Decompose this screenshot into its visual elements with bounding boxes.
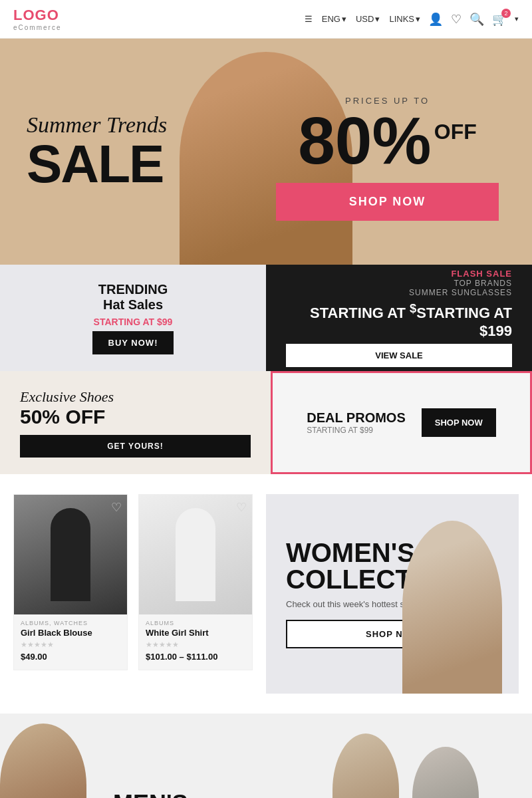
promo-row-1: TRENDING Hat Sales STARTING AT $99 BUY N… [0,265,532,371]
men-title-area: MEN'S COLLECTION [113,792,269,798]
user-icon[interactable]: 👤 [428,12,443,27]
logo-main: LOG [13,7,47,23]
trending-label: TRENDING Hat Sales [20,282,246,313]
sunglasses-price: STARTING AT $STARTING AT $199 [286,301,512,339]
hero-left: Summer Trends SALE [0,92,276,211]
product-card: ♡ ALBUMS White Girl Shirt ★★★★★ $101.00 … [138,494,253,670]
hero-sale: SALE [27,138,249,191]
men-model-large [0,714,106,798]
product-card: ♡ ALBUMS, WATCHES Girl Black Blouse ★★★★… [13,494,128,670]
product-figure [51,508,90,601]
get-yours-button[interactable]: GET YOURS! [20,435,251,458]
shoes-discount: 50% OFF [20,406,251,428]
top-brands-label: TOP BRANDS [286,279,512,288]
promo-row-2: Exclusive Shoes 50% OFF GET YOURS! DEAL … [0,371,532,474]
men-model-2 [412,747,479,798]
product-stars: ★★★★★ [146,640,245,649]
lang-selector[interactable]: ENG ▾ [322,14,346,24]
site-header: LOGO eCommerce ☰ ENG ▾ USD ▾ LINKS ▾ 👤 ♡… [0,0,532,39]
exclusive-label: Exclusive Shoes [20,388,251,406]
deal-shop-button[interactable]: SHOP NOW [422,408,496,437]
deal-promos-panel: DEAL PROMOS STARTING AT $99 SHOP NOW [271,371,532,474]
deal-content: DEAL PROMOS STARTING AT $99 SHOP NOW [307,408,496,437]
product-category: ALBUMS [146,620,245,626]
hats-promo: TRENDING Hat Sales STARTING AT $99 BUY N… [0,265,266,371]
products-grid: ♡ ALBUMS, WATCHES Girl Black Blouse ★★★★… [13,494,253,670]
percent-text: 80% [298,107,431,174]
view-sale-button[interactable]: VIEW SALE [286,344,512,367]
hero-right: PRICES UP TO 80% OFF SHOP NOW [276,82,532,221]
wishlist-icon[interactable]: ♡ [451,12,462,27]
men-left: MEN'S COLLECTION [0,714,279,798]
product-info: ALBUMS White Girl Shirt ★★★★★ $101.00 – … [139,614,252,670]
products-women-section: ♡ ALBUMS, WATCHES Girl Black Blouse ★★★★… [0,474,532,714]
shoes-promo: Exclusive Shoes 50% OFF GET YOURS! [0,371,271,474]
menu-icon[interactable]: ☰ [305,14,313,24]
product-wishlist-icon[interactable]: ♡ [111,500,122,515]
hero-shop-now-button[interactable]: SHOP NOW [276,183,499,221]
product-stars: ★★★★★ [21,640,120,649]
product-price: $101.00 – $111.00 [146,652,245,662]
cart-badge: 2 [501,9,511,18]
product-image-black: ♡ [14,495,127,614]
product-cards-row: ♡ ALBUMS, WATCHES Girl Black Blouse ★★★★… [13,494,253,670]
men-right [279,714,532,798]
women-model-image [386,507,519,694]
logo: LOGO eCommerce [13,7,61,31]
deal-starting-price: STARTING AT $99 [307,426,406,435]
product-price: $49.00 [21,652,120,662]
deal-text: DEAL PROMOS STARTING AT $99 [307,410,406,435]
nav-right: ☰ ENG ▾ USD ▾ LINKS ▾ 👤 ♡ 🔍 🛒 2 ▾ [305,12,519,27]
product-info: ALBUMS, WATCHES Girl Black Blouse ★★★★★ … [14,614,127,670]
sunglasses-promo: FLASH SALE TOP BRANDS SUMMER SUNGLASSES … [266,265,532,371]
men-model-1 [332,733,399,798]
product-category: ALBUMS, WATCHES [21,620,120,626]
men-collection-section: MEN'S COLLECTION [0,714,532,798]
women-figure [402,521,502,694]
product-image-white: ♡ [139,495,252,614]
women-collection-section: WOMEN'S COLLECTION Check out this week's… [266,494,519,694]
hats-starting-price: STARTING AT $99 [20,317,246,327]
cart-dropdown-icon[interactable]: ▾ [515,15,519,23]
flash-sale-label: FLASH SALE [286,269,512,279]
currency-selector[interactable]: USD ▾ [356,14,380,24]
nav-links: ☰ ENG ▾ USD ▾ LINKS ▾ [305,14,420,24]
search-icon[interactable]: 🔍 [469,12,484,27]
product-name[interactable]: Girl Black Blouse [21,628,120,638]
men-title: MEN'S [113,792,269,798]
off-text: OFF [434,120,477,144]
product-figure [176,508,215,601]
cart-wrap[interactable]: 🛒 2 [492,12,507,27]
logo-sub: eCommerce [13,24,61,31]
product-name[interactable]: White Girl Shirt [146,628,245,638]
hero-banner: Summer Trends SALE PRICES UP TO 80% OFF … [0,39,532,265]
deal-promos-label: DEAL PROMOS [307,410,406,426]
logo-accent: O [47,7,59,23]
links-menu[interactable]: LINKS ▾ [389,14,420,24]
summer-sunglasses-label: SUMMER SUNGLASSES [286,288,512,297]
buy-now-button[interactable]: BUY NOW! [92,331,174,354]
hero-discount: 80% OFF [276,107,499,174]
product-wishlist-icon[interactable]: ♡ [236,500,247,515]
men-figure-large [0,724,86,798]
